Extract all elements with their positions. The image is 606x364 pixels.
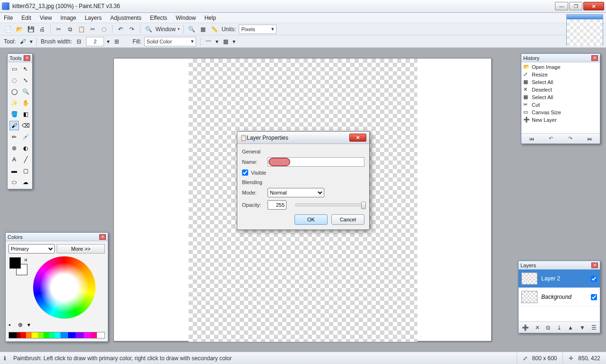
merge-layer-icon[interactable]: ⤓ (557, 324, 562, 331)
history-item[interactable]: ✕Deselect (522, 86, 599, 93)
history-last-icon[interactable]: ⏭ (587, 136, 592, 142)
text-tool[interactable]: A (9, 155, 19, 164)
layer-down-icon[interactable]: ▼ (580, 324, 585, 331)
eraser-tool[interactable]: ⌫ (21, 121, 30, 130)
blend-icon[interactable]: ▦ (221, 37, 230, 46)
color-target-select[interactable]: Primary (9, 244, 55, 254)
crop-icon[interactable]: ✂ (88, 25, 97, 34)
new-icon[interactable]: 📄 (4, 25, 12, 34)
antialias-icon[interactable]: 〰 (204, 37, 213, 46)
print-icon[interactable]: 🖨 (38, 25, 46, 34)
fill-select[interactable]: Solid Color▾ (144, 37, 196, 46)
layer-row[interactable]: Background (519, 288, 600, 306)
layer-up-icon[interactable]: ▲ (568, 324, 573, 331)
copy-icon[interactable]: ⧉ (66, 25, 74, 34)
history-undo-icon[interactable]: ↶ (549, 135, 553, 142)
history-list[interactable]: 📂Open Image⤢Resize▦Select All✕Deselect▦S… (521, 62, 600, 133)
history-redo-icon[interactable]: ↷ (568, 135, 572, 142)
history-item[interactable]: ▭Canvas Size (522, 109, 599, 116)
pencil-tool[interactable]: ✏ (9, 132, 19, 142)
lasso-tool[interactable]: ◌ (9, 76, 19, 85)
brush-width-field[interactable]: 2 (86, 37, 104, 46)
layer-props-icon[interactable]: ☰ (591, 324, 597, 331)
maximize-button[interactable]: ❐ (569, 2, 582, 10)
history-item[interactable]: ⤢Resize (522, 71, 599, 78)
history-item[interactable]: 📂Open Image (522, 63, 599, 71)
cancel-button[interactable]: Cancel (331, 214, 364, 225)
history-close-icon[interactable]: ✕ (591, 55, 598, 61)
colors-close-icon[interactable]: ✕ (99, 234, 106, 240)
paint-bucket-tool[interactable]: 🪣 (9, 110, 19, 119)
ellipse-select-tool[interactable]: ◯ (9, 87, 19, 96)
history-item[interactable]: ▦Select All (522, 78, 599, 86)
pan-tool[interactable]: ✋ (21, 98, 30, 108)
magic-wand-tool[interactable]: ✨ (9, 98, 19, 108)
layer-row[interactable]: Layer 2 (519, 270, 600, 288)
save-icon[interactable]: 💾 (26, 25, 35, 34)
add-color-icon[interactable]: ⊕ (18, 322, 25, 328)
line-tool[interactable]: ╱ (21, 155, 30, 164)
duplicate-layer-icon[interactable]: ⧉ (546, 324, 550, 331)
rectangle-tool[interactable]: ▬ (9, 166, 19, 176)
close-button[interactable]: ✕ (583, 2, 604, 10)
zoom-icon[interactable]: 🔍 (144, 25, 153, 34)
open-icon[interactable]: 📂 (15, 25, 24, 34)
tool-caret-icon[interactable]: ▾ (30, 38, 33, 45)
history-item[interactable]: ➕New Layer (522, 116, 599, 124)
color-picker-tool[interactable]: 💉 (21, 132, 30, 142)
menu-file[interactable]: File (4, 15, 13, 21)
freeform-tool[interactable]: ☁ (21, 178, 30, 187)
menu-edit[interactable]: Edit (21, 15, 31, 21)
deselect-icon[interactable]: ◌ (100, 25, 108, 34)
history-item[interactable]: ▦Select All (522, 93, 599, 101)
brush-decrease-button[interactable]: ⊟ (75, 37, 83, 46)
layers-list[interactable]: Layer 2Background (519, 270, 600, 322)
layer-visible-checkbox[interactable] (591, 276, 597, 282)
cut-icon[interactable]: ✂ (54, 25, 63, 34)
layer-name-input[interactable] (268, 157, 364, 167)
swap-colors-icon[interactable]: ⤭ (24, 257, 27, 262)
menu-help[interactable]: Help (204, 15, 216, 21)
gradient-tool[interactable]: ◧ (21, 110, 30, 119)
layer-visible-checkbox[interactable] (591, 294, 597, 300)
color-wheel[interactable] (33, 256, 95, 319)
menu-view[interactable]: View (40, 15, 52, 21)
color-swatches[interactable]: ⤭ (9, 256, 28, 279)
ruler-icon[interactable]: 📏 (210, 25, 219, 34)
undo-icon[interactable]: ↶ (116, 25, 125, 34)
opacity-input[interactable] (268, 200, 286, 210)
redo-icon[interactable]: ↷ (128, 25, 136, 34)
menu-adjustments[interactable]: Adjustments (110, 15, 141, 21)
visible-checkbox[interactable] (242, 169, 248, 176)
clone-stamp-tool[interactable]: ⊛ (9, 144, 19, 153)
more-button[interactable]: More >> (57, 244, 105, 254)
opacity-slider[interactable] (295, 203, 364, 206)
minimize-button[interactable]: — (555, 2, 568, 10)
window-dropdown[interactable]: Window▾ (156, 26, 180, 33)
menu-image[interactable]: Image (61, 15, 76, 21)
zoom-tool[interactable]: 🔍 (21, 87, 30, 96)
paintbrush-tool[interactable]: 🖌 (9, 121, 19, 130)
navigator-thumbnail[interactable] (566, 14, 603, 45)
ok-button[interactable]: OK (294, 214, 328, 225)
history-item[interactable]: ✂Cut (522, 101, 599, 109)
delete-layer-icon[interactable]: ✕ (535, 324, 540, 331)
add-layer-icon[interactable]: ➕ (522, 324, 529, 331)
move-tool[interactable]: ↖ (21, 64, 30, 74)
layers-close-icon[interactable]: ✕ (591, 262, 598, 268)
color-palette[interactable] (9, 332, 105, 339)
rect-select-tool[interactable]: ▭ (9, 64, 19, 74)
tools-close-icon[interactable]: ✕ (24, 55, 30, 61)
menu-effects[interactable]: Effects (150, 15, 167, 21)
rounded-rect-tool[interactable]: ▢ (21, 166, 30, 176)
paste-icon[interactable]: 📋 (77, 25, 86, 34)
dialog-close-button[interactable]: ✕ (349, 134, 366, 142)
grid-icon[interactable]: ▦ (199, 25, 208, 34)
brush-caret-icon[interactable]: ▾ (107, 38, 110, 45)
zoom-tool-icon[interactable]: 🔍 (188, 25, 196, 34)
menu-window[interactable]: Window (176, 15, 196, 21)
history-first-icon[interactable]: ⏮ (529, 136, 534, 142)
primary-color-swatch[interactable] (9, 257, 21, 269)
blend-mode-select[interactable]: Normal (268, 188, 324, 197)
brush-increase-button[interactable]: ⊞ (113, 37, 121, 46)
